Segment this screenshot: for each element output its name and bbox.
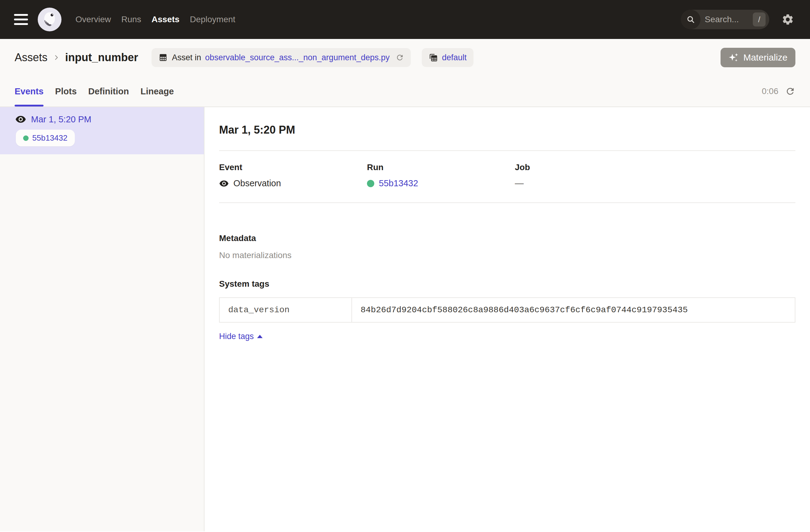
materialize-label: Materialize xyxy=(743,52,788,63)
tab-plots-label: Plots xyxy=(55,86,77,96)
run-status-dot xyxy=(367,180,374,187)
job-empty-value: — xyxy=(515,178,524,188)
tag-key-cell: data_version xyxy=(220,297,352,322)
run-status-dot xyxy=(23,135,29,141)
nav-item-runs[interactable]: Runs xyxy=(122,15,141,25)
event-summary-columns: Event Observation Run 55b13432 xyxy=(219,162,795,188)
event-column-label: Event xyxy=(219,162,367,172)
tab-events[interactable]: Events xyxy=(15,76,44,107)
top-nav: Overview Runs Assets Deployment / xyxy=(0,0,810,39)
primary-nav: Overview Runs Assets Deployment xyxy=(76,15,235,25)
run-id-link[interactable]: 55b13432 xyxy=(379,178,418,188)
event-detail-title: Mar 1, 5:20 PM xyxy=(219,124,795,136)
content-area: Mar 1, 5:20 PM 55b13432 Mar 1, 5:20 PM E… xyxy=(0,107,810,531)
event-timestamp-link[interactable]: Mar 1, 5:20 PM xyxy=(31,114,91,125)
nav-item-overview[interactable]: Overview xyxy=(76,15,111,25)
breadcrumb-assets-link[interactable]: Assets xyxy=(15,51,47,64)
event-column: Event Observation xyxy=(219,162,367,188)
refresh-countdown: 0:06 xyxy=(762,86,779,96)
search-icon xyxy=(681,10,700,29)
job-column-label: Job xyxy=(515,162,795,172)
tab-plots[interactable]: Plots xyxy=(55,76,77,107)
system-tags-table: data_version 84b26d7d9204cbf588026c8a988… xyxy=(219,297,795,323)
caret-up-icon xyxy=(257,335,263,338)
observation-eye-icon xyxy=(15,114,26,125)
nav-item-deployment[interactable]: Deployment xyxy=(190,15,235,25)
reload-definitions-icon[interactable] xyxy=(395,53,404,62)
search-input[interactable] xyxy=(705,15,747,25)
run-id-label: 55b13432 xyxy=(32,133,67,143)
asset-group-link[interactable]: default xyxy=(442,53,467,62)
asset-location-pill: Asset in observable_source_ass..._non_ar… xyxy=(151,48,410,67)
breadcrumb: Assets input_number Asset in observable_… xyxy=(0,39,810,76)
observation-eye-icon xyxy=(219,179,229,188)
run-column: Run 55b13432 xyxy=(367,162,515,188)
tab-lineage[interactable]: Lineage xyxy=(141,76,174,107)
asset-tabs: Events Plots Definition Lineage 0:06 xyxy=(0,76,810,107)
asset-group-pill: default xyxy=(422,48,473,67)
refresh-icon[interactable] xyxy=(785,86,795,96)
search-box[interactable]: / xyxy=(681,10,769,29)
tag-value-cell: 84b26d7d9204cbf588026c8a9886d403a6c9637c… xyxy=(352,297,795,322)
chevron-right-icon xyxy=(53,54,60,61)
table-row: data_version 84b26d7d9204cbf588026c8a988… xyxy=(220,297,795,322)
search-shortcut-key: / xyxy=(753,13,765,27)
asset-header: Assets input_number Asset in observable_… xyxy=(0,39,810,107)
hide-tags-link[interactable]: Hide tags xyxy=(219,332,263,341)
metadata-empty-message: No materializations xyxy=(219,251,795,260)
divider xyxy=(219,203,795,203)
event-list-item[interactable]: Mar 1, 5:20 PM 55b13432 xyxy=(0,107,204,154)
nav-item-assets[interactable]: Assets xyxy=(151,15,179,25)
metadata-heading: Metadata xyxy=(219,233,795,243)
run-column-label: Run xyxy=(367,162,515,172)
tab-definition-label: Definition xyxy=(88,86,129,96)
sparkles-icon xyxy=(728,52,740,63)
event-type-value: Observation xyxy=(233,178,281,188)
divider xyxy=(219,150,795,151)
event-detail-panel: Mar 1, 5:20 PM Event Observation Run xyxy=(205,107,810,531)
tab-definition[interactable]: Definition xyxy=(88,76,129,107)
tab-lineage-label: Lineage xyxy=(141,86,174,96)
tab-events-label: Events xyxy=(15,86,44,96)
system-tags-heading: System tags xyxy=(219,279,795,289)
asset-grid-icon xyxy=(158,53,168,62)
dagster-logo-icon[interactable] xyxy=(37,7,62,32)
refresh-status: 0:06 xyxy=(762,86,796,96)
active-tab-underline xyxy=(15,105,44,107)
events-sidebar: Mar 1, 5:20 PM 55b13432 xyxy=(0,107,205,531)
asset-name: input_number xyxy=(65,51,138,64)
code-location-link[interactable]: observable_source_ass..._non_argument_de… xyxy=(205,53,389,62)
menu-icon[interactable] xyxy=(14,14,28,25)
asset-group-icon xyxy=(428,53,438,62)
run-id-chip[interactable]: 55b13432 xyxy=(16,130,75,146)
hide-tags-label: Hide tags xyxy=(219,332,254,341)
settings-gear-icon[interactable] xyxy=(781,13,794,26)
job-column: Job — xyxy=(515,162,795,188)
asset-location-prefix: Asset in xyxy=(172,53,201,62)
materialize-button[interactable]: Materialize xyxy=(720,48,795,67)
